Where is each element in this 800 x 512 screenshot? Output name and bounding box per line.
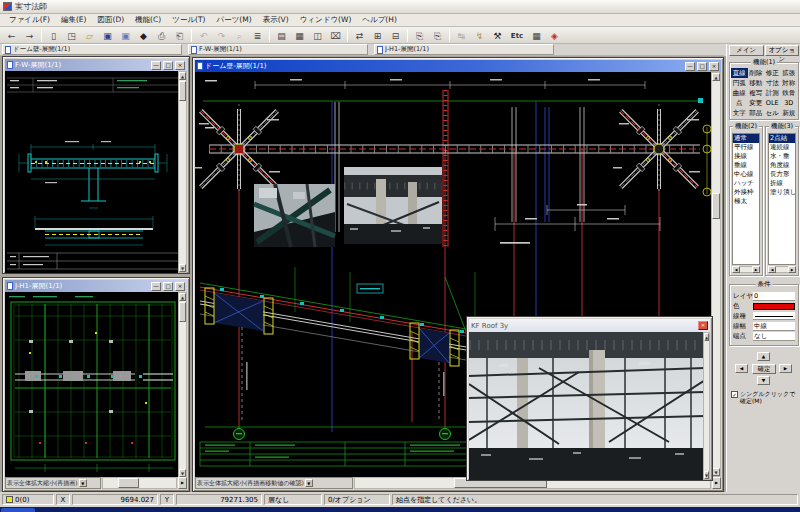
maximize-icon[interactable]: □ <box>163 61 173 70</box>
menu-file[interactable]: ファイル(F) <box>4 14 55 26</box>
list-hscroll[interactable]: ◀ ▶ <box>732 266 760 273</box>
scroll-left-icon[interactable]: ◀ <box>732 266 740 273</box>
func-measure[interactable]: 計測 <box>764 88 781 98</box>
scroll-down-icon[interactable]: ▼ <box>179 264 186 272</box>
clipboard-copy-icon[interactable]: ⎘ <box>429 28 446 43</box>
layer-value[interactable]: 0 <box>753 292 795 301</box>
list-item[interactable]: 接線 <box>733 152 759 161</box>
list-item[interactable]: 水・垂 <box>769 152 795 161</box>
list-item[interactable]: 2点結 <box>769 134 795 143</box>
close-icon[interactable]: × <box>175 282 185 291</box>
nudge-right-icon[interactable]: ▶ <box>779 364 792 373</box>
start-button-edge[interactable] <box>1 508 35 512</box>
layer-list-icon[interactable]: ▤ <box>273 28 290 43</box>
scroll-up-icon[interactable]: ▲ <box>179 293 186 301</box>
nudge-up-icon[interactable]: ▲ <box>757 352 770 361</box>
list-item[interactable]: 角度線 <box>769 161 795 170</box>
list-item[interactable]: ハッチ <box>733 179 759 188</box>
func-new[interactable]: 新規 <box>781 108 798 118</box>
scroll-right-icon[interactable]: ▶ <box>712 477 721 489</box>
menu-edit[interactable]: 編集(E) <box>56 14 92 26</box>
list-item[interactable]: 中心線 <box>733 170 759 179</box>
list-item[interactable]: 極太 <box>733 197 759 206</box>
detail-drawing-canvas[interactable] <box>5 71 181 273</box>
func-change[interactable]: 変更 <box>748 98 765 108</box>
scroll-thumb[interactable] <box>118 478 140 488</box>
func-arc[interactable]: 円弧 <box>731 78 748 88</box>
func-line[interactable]: 直線 <box>731 68 748 78</box>
doc-tab-fw[interactable]: F-W-展開(1/1) <box>188 44 368 55</box>
nudge-down-icon[interactable]: ▼ <box>757 376 770 385</box>
func-copy[interactable]: 複写 <box>748 88 765 98</box>
func-delete[interactable]: 削除 <box>748 68 765 78</box>
list-item[interactable]: 平行線 <box>733 143 759 152</box>
tile-cascade-icon[interactable]: ⊟ <box>387 28 404 43</box>
func-ole[interactable]: OLE <box>764 98 781 108</box>
scroll-right-icon[interactable]: ▶ <box>788 266 796 273</box>
tile-horizontal-icon[interactable]: ⊞ <box>369 28 386 43</box>
doc-tab-dome[interactable]: ドーム壁-展開(1/1) <box>2 44 182 55</box>
func-text[interactable]: 文字 <box>731 108 748 118</box>
menu-view[interactable]: 表示(V) <box>258 14 294 26</box>
func-modify[interactable]: 修正 <box>764 68 781 78</box>
menu-tools[interactable]: ツール(T) <box>167 14 210 26</box>
checkbox[interactable]: ✓ <box>731 391 738 398</box>
vertical-scrollbar[interactable]: ▲ ▼ <box>178 292 187 478</box>
link-icon[interactable]: ↹ <box>453 28 470 43</box>
func-move[interactable]: 移動 <box>748 78 765 88</box>
close-icon[interactable]: × <box>709 62 719 71</box>
menu-parts[interactable]: パーツ(M) <box>212 14 257 26</box>
vertical-scrollbar[interactable]: ▲ ▼ <box>178 71 187 273</box>
list-item[interactable]: 通常 <box>733 134 759 143</box>
delete-icon[interactable]: ⌧ <box>327 28 344 43</box>
close-icon[interactable]: × <box>698 321 708 330</box>
list-item[interactable]: 塗り潰し <box>769 188 795 197</box>
draw-mode-list[interactable]: 2点結 連続線 水・垂 角度線 長方形 折線 塗り潰し <box>768 133 796 265</box>
func-curve[interactable]: 曲線 <box>731 88 748 98</box>
line-mode-list[interactable]: 通常 平行線 接線 垂線 中心線 ハッチ 外接枠 極太 <box>732 133 760 265</box>
image-box-icon[interactable]: ▦ <box>291 28 308 43</box>
scroll-track[interactable] <box>776 266 788 273</box>
scroll-left-icon[interactable]: ◀ <box>768 266 776 273</box>
nudge-left-icon[interactable]: ◀ <box>735 364 748 373</box>
tab-options[interactable]: オプション <box>765 45 800 56</box>
redo-icon[interactable]: ↷ <box>213 28 230 43</box>
new-template-icon[interactable]: ◳ <box>63 28 80 43</box>
save-icon[interactable]: ▣ <box>99 28 116 43</box>
scroll-down-icon[interactable]: ▼ <box>712 468 720 476</box>
zoom-mode-combo[interactable]: 表示全体拡大縮小(再描画) ▼ <box>5 477 101 489</box>
list-item[interactable]: 外接枠 <box>733 188 759 197</box>
func-extend[interactable]: 拡張 <box>781 68 798 78</box>
scroll-thumb[interactable] <box>712 193 720 219</box>
tools-icon[interactable]: ⚒ <box>489 28 506 43</box>
func-3d[interactable]: 3D <box>781 98 798 108</box>
scroll-up-icon[interactable]: ▲ <box>179 72 186 80</box>
func-steel[interactable]: 鉄骨 <box>781 88 798 98</box>
list-item[interactable]: 連続線 <box>769 143 795 152</box>
linetype-sample[interactable] <box>753 312 795 320</box>
maximize-icon[interactable]: □ <box>163 282 173 291</box>
close-icon[interactable]: × <box>175 61 185 70</box>
menu-window[interactable]: ウィンドウ(W) <box>295 14 357 26</box>
list-item[interactable]: 折線 <box>769 179 795 188</box>
endpoint-value[interactable]: なし <box>753 332 795 341</box>
window-titlebar[interactable]: F-W-展開(1/1) — □ × <box>5 59 187 71</box>
doc-tab-jh1[interactable]: J-H1-展開(1/1) <box>374 44 554 55</box>
color-cube-icon[interactable]: ◈ <box>546 28 563 43</box>
window-titlebar[interactable]: KF Roof 3y × <box>469 319 710 332</box>
menu-function[interactable]: 機能(C) <box>130 14 166 26</box>
chevron-down-icon[interactable]: ▼ <box>305 479 313 487</box>
forward-icon[interactable]: → <box>21 28 38 43</box>
func-point[interactable]: 点 <box>731 98 748 108</box>
minimize-icon[interactable]: — <box>151 282 161 291</box>
scroll-thumb[interactable] <box>179 302 186 322</box>
clipboard-icon[interactable]: ⎘ <box>411 28 428 43</box>
list-hscroll[interactable]: ◀ ▶ <box>768 266 796 273</box>
maximize-icon[interactable]: □ <box>697 62 707 71</box>
open-folder-icon[interactable]: ▱ <box>81 28 98 43</box>
plan-drawing-canvas[interactable] <box>5 292 181 478</box>
flow-icon[interactable]: ⇄ <box>351 28 368 43</box>
scroll-up-icon[interactable]: ▲ <box>712 73 720 81</box>
photo-viewer[interactable] <box>469 332 705 480</box>
print-preview-icon[interactable]: ⎗ <box>171 28 188 43</box>
